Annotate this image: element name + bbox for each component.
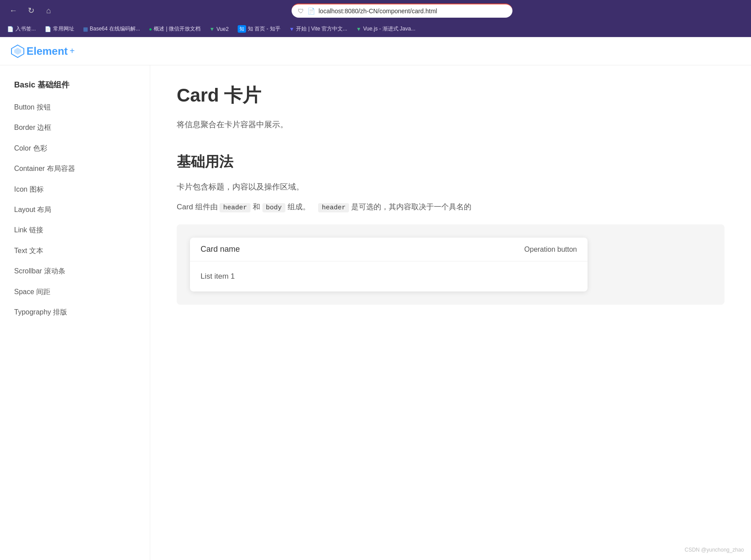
bookmark-icon-7: ▼ (289, 26, 295, 32)
page-icon: 📄 (307, 8, 315, 15)
address-input[interactable]: 🛡 📄 localhost:8080/zh-CN/component/card.… (292, 4, 512, 18)
code-header-1: header (220, 203, 250, 212)
bookmark-icon-6: 知 (238, 25, 246, 33)
card-operation-button[interactable]: Operation button (524, 246, 577, 254)
bookmark-icon-2: 📄 (45, 26, 51, 32)
card-header-title: Card name (201, 245, 240, 254)
sidebar-item-icon[interactable]: Icon 图标 (0, 179, 150, 200)
bookmark-item[interactable]: ▼ 开始 | Vite 官方中文... (286, 24, 351, 34)
content-area: Card 卡片 将信息聚合在卡片容器中展示。 基础用法 卡片包含标题，内容以及操… (150, 65, 751, 560)
bookmarks-bar: 📄 入书签... 📄 常用网址 ▦ Base64 在线编码解... ● 概述 |… (0, 21, 751, 37)
shield-icon: 🛡 (298, 8, 304, 15)
sidebar-item-layout[interactable]: Layout 布局 (0, 200, 150, 220)
sidebar-item-color[interactable]: Color 色彩 (0, 138, 150, 159)
page-description: 将信息聚合在卡片容器中展示。 (177, 118, 724, 131)
main-layout: Basic 基础组件 Button 按钮 Border 边框 Color 色彩 … (0, 65, 751, 560)
bookmark-icon-8: ▼ (356, 26, 361, 32)
sidebar-item-space[interactable]: Space 间距 (0, 282, 150, 302)
address-bar-container: 🛡 📄 localhost:8080/zh-CN/component/card.… (60, 4, 744, 18)
bookmark-item[interactable]: ▼ Vue.js - 渐进式 Java... (353, 24, 419, 34)
home-button[interactable]: ⌂ (42, 4, 55, 17)
bookmark-item[interactable]: ▦ Base64 在线编码解... (80, 24, 144, 34)
card-list-item: List item 1 (201, 269, 577, 284)
sidebar-item-typography[interactable]: Typography 排版 (0, 302, 150, 322)
watermark: CSDN @yunchong_zhao (685, 547, 744, 553)
sidebar-item-text[interactable]: Text 文本 (0, 241, 150, 261)
code-header-2: header (318, 203, 349, 212)
sidebar-item-container[interactable]: Container 布局容器 (0, 159, 150, 179)
page-title: Card 卡片 (177, 83, 724, 108)
code-body: body (262, 203, 285, 212)
bookmark-item[interactable]: ▼ Vue2 (206, 25, 232, 34)
sidebar-item-scrollbar[interactable]: Scrollbar 滚动条 (0, 261, 150, 281)
bookmark-item[interactable]: 📄 常用网址 (41, 24, 78, 34)
card-body: List item 1 (190, 261, 588, 291)
address-text: localhost:8080/zh-CN/component/card.html (319, 8, 437, 15)
back-button[interactable]: ← (7, 4, 19, 17)
section-title-basic: 基础用法 (177, 152, 724, 172)
app-header: Element + (0, 37, 751, 65)
title-bar: ← ↻ ⌂ 🛡 📄 localhost:8080/zh-CN/component… (0, 0, 751, 21)
bookmark-icon-5: ▼ (209, 26, 215, 32)
svg-marker-1 (14, 48, 21, 55)
sidebar-item-button[interactable]: Button 按钮 (0, 97, 150, 117)
logo-text: Element (27, 45, 68, 57)
bookmark-item[interactable]: 📄 入书签... (4, 24, 39, 34)
card-header: Card name Operation button (190, 238, 588, 261)
refresh-button[interactable]: ↻ (25, 4, 37, 17)
sidebar: Basic 基础组件 Button 按钮 Border 边框 Color 色彩 … (0, 65, 150, 560)
sidebar-section-title: Basic 基础组件 (0, 76, 150, 94)
section-note: Card 组件由 header 和 body 组成。 header 是可选的，其… (177, 201, 724, 214)
browser-chrome: ← ↻ ⌂ 🛡 📄 localhost:8080/zh-CN/component… (0, 0, 751, 37)
demo-container: Card name Operation button List item 1 (177, 224, 724, 305)
bookmark-icon-1: 📄 (7, 26, 14, 32)
sidebar-item-link[interactable]: Link 链接 (0, 220, 150, 240)
section-description: 卡片包含标题，内容以及操作区域。 (177, 181, 724, 193)
bookmark-icon-4: ● (149, 26, 152, 32)
card-demo: Card name Operation button List item 1 (190, 238, 588, 291)
logo[interactable]: Element + (11, 44, 75, 58)
bookmark-icon-3: ▦ (83, 26, 88, 32)
bookmark-item[interactable]: 知 知 首页 - 知乎 (234, 24, 284, 34)
logo-icon (11, 44, 25, 58)
bookmark-item[interactable]: ● 概述 | 微信开放文档 (145, 24, 204, 34)
sidebar-item-border[interactable]: Border 边框 (0, 117, 150, 138)
logo-plus: + (69, 46, 75, 56)
